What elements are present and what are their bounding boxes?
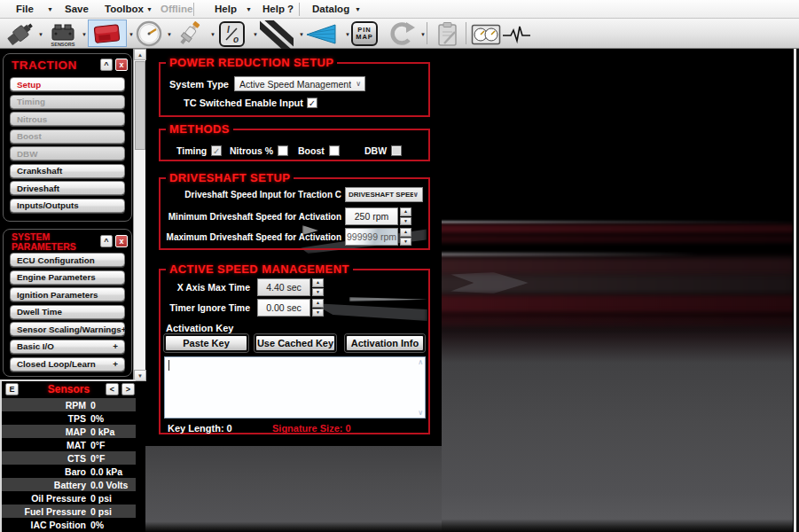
tc-enable-checkbox[interactable]	[307, 98, 317, 108]
diagonal-stripes-icon[interactable]	[260, 20, 294, 49]
window-edge	[793, 49, 799, 532]
driveshaft-max-label: Maximum Driveshaft Speed for Activation	[161, 232, 341, 242]
method-dbw-checkbox	[391, 145, 402, 156]
sidebar-item-nitrous: Nitrous	[10, 112, 125, 126]
sensor-row: Oil Pressure0 psi	[2, 491, 136, 505]
scroll-down-icon[interactable]: ∨	[418, 409, 423, 417]
scroll-up-button[interactable]: ▲	[134, 49, 146, 60]
spin-down-button[interactable]: ▼	[312, 288, 324, 297]
chevron-down-icon[interactable]: ▼	[345, 32, 350, 37]
pulse-icon[interactable]	[501, 20, 533, 47]
activation-key-textarea[interactable]: ∧ ∨	[164, 356, 426, 419]
tc-enable-label: TC Switched Enable Input	[161, 98, 303, 108]
sensors-module-icon[interactable]: SENSORS	[46, 20, 80, 49]
pin-map-button[interactable]: PIN MAP	[351, 21, 378, 46]
sidebar-item-ignition-parameters[interactable]: Ignition Parameters	[10, 287, 125, 301]
sensor-row: Baro0.0 kPa	[2, 465, 136, 478]
system-parameters-panel: SYSTEM PARAMETERS ^ x ECU Configuration …	[3, 229, 132, 377]
spin-up-button[interactable]: ▲	[312, 278, 324, 287]
chevron-down-icon[interactable]: ▼	[210, 32, 215, 37]
system-type-label: System Type	[161, 79, 229, 90]
sidebar-item-timing: Timing	[10, 95, 125, 109]
x-axis-max-time-spinbox[interactable]: 4.40 sec ▲▼	[257, 278, 324, 296]
sidebar-item-basic-io[interactable]: Basic I/O+	[10, 340, 125, 354]
sensor-row: CTS0°F	[2, 451, 136, 465]
sidebar-item-crankshaft[interactable]: Crankshaft	[10, 164, 125, 178]
activation-info-button[interactable]: Activation Info	[345, 334, 425, 352]
background-streak	[433, 257, 795, 275]
timer-ignore-time-spinbox[interactable]: 0.00 sec ▲▼	[257, 299, 324, 317]
menu-help[interactable]: Help	[215, 0, 237, 18]
chevron-down-icon[interactable]: ▼	[420, 32, 426, 37]
sensors-next-button[interactable]: >	[121, 383, 135, 395]
gauges-icon[interactable]	[471, 24, 501, 47]
injector-icon[interactable]	[5, 20, 35, 47]
sidebar-item-closed-loop[interactable]: Closed Loop/Learn+	[10, 357, 125, 372]
method-timing-checkbox	[211, 145, 222, 156]
driveshaft-max-spinbox: 999999 rpm ▲▼	[345, 228, 411, 246]
chevron-down-icon[interactable]: ▼	[38, 32, 43, 37]
gauge-icon[interactable]	[134, 20, 164, 49]
scrollbar-thumb[interactable]	[135, 61, 145, 150]
section-legend: ACTIVE SPEED MANAGEMENT	[166, 262, 353, 276]
menu-save[interactable]: Save	[65, 0, 89, 18]
sidebar-item-inputs-outputs[interactable]: Inputs/Outputs	[10, 199, 125, 213]
spin-down-button[interactable]: ▼	[312, 309, 324, 317]
sidebar-item-dwell-time[interactable]: Dwell Time	[10, 305, 125, 319]
menu-datalog[interactable]: Datalog	[312, 0, 349, 18]
traction-panel-title: TRACTION	[12, 59, 77, 72]
scroll-down-button[interactable]: ▼	[134, 370, 146, 381]
menu-file[interactable]: File	[16, 0, 34, 18]
paste-key-button[interactable]: Paste Key	[164, 334, 248, 352]
driveshaft-input-label: Driveshaft Speed Input for Traction C	[161, 190, 341, 200]
collapse-button[interactable]: ^	[100, 59, 113, 71]
system-panel-title: SYSTEM PARAMETERS	[12, 232, 76, 252]
menu-separator	[299, 3, 300, 16]
driveshaft-input-select[interactable]: DRIVESHAFT SPEED∨	[345, 187, 423, 202]
sidebar-item-driveshaft[interactable]: Driveshaft	[10, 181, 125, 195]
background-streak	[433, 295, 795, 312]
scroll-up-icon[interactable]: ∧	[418, 358, 423, 366]
chevron-down-icon[interactable]: ▼	[167, 32, 172, 37]
spin-down-button[interactable]: ▼	[400, 217, 411, 226]
content-area: TRACTION ^ x Setup Timing Nitrous Boost …	[0, 49, 799, 532]
spin-down-button: ▼	[400, 238, 411, 246]
spark-plug-icon[interactable]	[174, 20, 206, 49]
system-type-select[interactable]: Active Speed Management∨	[234, 76, 365, 91]
spin-up-button[interactable]: ▲	[400, 207, 411, 216]
spin-up-button[interactable]: ▲	[312, 299, 324, 308]
sidebar-item-setup[interactable]: Setup	[10, 77, 125, 91]
io-icon[interactable]: I o	[218, 20, 247, 49]
sidebar-item-ecu-configuration[interactable]: ECU Configuration	[10, 253, 125, 267]
sensor-row: TPS0%	[2, 411, 136, 425]
active-speed-management-section: ACTIVE SPEED MANAGEMENT X Axis Max Time …	[159, 269, 430, 434]
driveshaft-min-spinbox[interactable]: 250 rpm ▲▼	[345, 207, 411, 225]
close-button[interactable]: x	[115, 235, 128, 247]
chevron-down-icon: ∨	[413, 191, 423, 199]
method-boost-label: Boost	[298, 145, 325, 156]
sidebar-item-engine-parameters[interactable]: Engine Parameters	[10, 270, 125, 285]
sidebar-item-dbw: DBW	[10, 146, 125, 160]
method-boost-checkbox[interactable]	[329, 145, 340, 156]
chevron-down-icon[interactable]: ▼	[82, 32, 87, 37]
ramp-wedge-icon[interactable]	[304, 20, 340, 49]
menu-toolbox[interactable]: Toolbox	[105, 0, 144, 18]
use-cached-key-button[interactable]: Use Cached Key	[255, 334, 336, 352]
background-gradient	[145, 446, 442, 532]
close-button[interactable]: x	[115, 59, 128, 71]
menu-offline: Offline	[161, 0, 192, 18]
method-nitrous-checkbox[interactable]	[278, 145, 288, 156]
sidebar-item-sensor-scaling[interactable]: Sensor Scaling/Warnings+	[10, 322, 125, 336]
timer-ignore-time-label: Timer Ignore Time	[161, 302, 250, 313]
section-legend: POWER REDUCTION SETUP	[166, 56, 337, 69]
sidebar-scrollbar[interactable]: ▲ ▼	[133, 49, 145, 381]
background-gradient	[442, 315, 793, 532]
sensors-prev-button[interactable]: <	[106, 383, 119, 395]
menu-help-question[interactable]: Help ?	[262, 0, 294, 18]
collapse-button[interactable]: ^	[100, 235, 113, 247]
sensor-row: RPM0	[2, 398, 136, 411]
signature-size-label: Signature Size: 0	[272, 423, 351, 434]
activation-key-label: Activation Key	[166, 323, 233, 333]
ecu-icon[interactable]	[91, 20, 123, 47]
chevron-down-icon[interactable]: ▼	[253, 32, 258, 37]
